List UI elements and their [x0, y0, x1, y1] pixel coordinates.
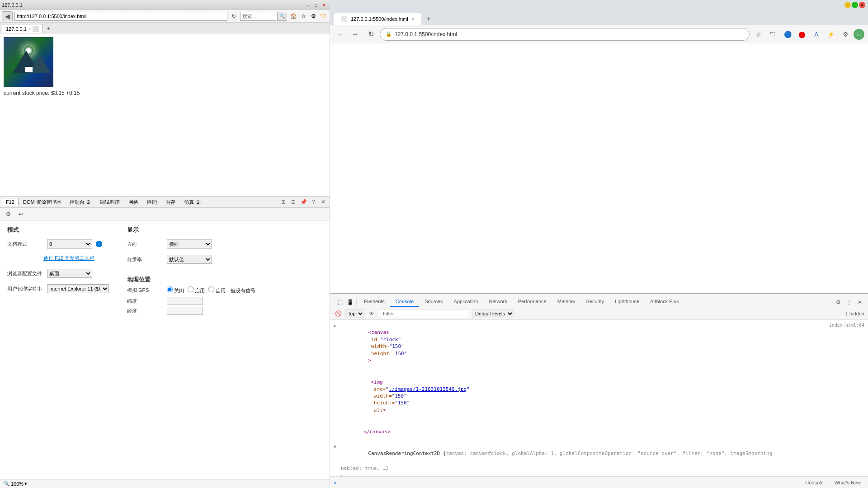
ie-orientation-label: 方向	[127, 241, 163, 248]
chrome-address-bar[interactable]: 🔒	[380, 28, 750, 41]
ie-browser-profile-row: 浏览器配置文件 桌面	[7, 269, 109, 278]
chrome-toolbar-icons: ☆ 🛡 🔵 ⬤ A ⚡ ⚙ U	[752, 28, 864, 41]
chrome-new-tab-btn[interactable]: +	[422, 13, 435, 25]
ie-lat-label: 纬度	[127, 298, 163, 305]
ie-devtool-undo-icon[interactable]: ↩	[16, 210, 25, 219]
chrome-ext5-btn[interactable]: ⚡	[825, 28, 837, 41]
ie-devtool-f12[interactable]: F12	[2, 198, 19, 206]
ie-doc-mode-link[interactable]: 通过 F12 开发者工具栏	[43, 255, 94, 261]
ie-devtool-dock-btn[interactable]: ⊟	[289, 197, 298, 206]
chrome-whats-new-tab[interactable]: What's New	[831, 478, 864, 487]
chrome-devtools-close-btn[interactable]: ✕	[855, 298, 864, 307]
chrome-filter-input[interactable]	[379, 309, 469, 318]
ie-user-agent-select[interactable]: Internet Explorer 11 (默	[47, 284, 109, 293]
ie-devtool-dom[interactable]: DOM 资源管理器	[19, 197, 65, 207]
ie-doc-mode-select[interactable]: 8	[47, 239, 92, 249]
console-arrow-6[interactable]: ▶	[341, 473, 344, 476]
ie-resolution-select[interactable]: 默认值	[167, 255, 212, 264]
chrome-devtools-tab-memory[interactable]: Memory	[552, 297, 581, 307]
chrome-ext1-btn[interactable]: 🛡	[767, 28, 779, 41]
ie-url-input[interactable]	[17, 14, 225, 19]
ie-info-icon[interactable]: i	[96, 241, 102, 247]
ie-tools-btn[interactable]: ⚙	[309, 12, 318, 21]
chrome-ext3-btn[interactable]: ⬤	[796, 28, 808, 41]
ie-devtool-perf[interactable]: 性能	[143, 197, 161, 207]
chrome-devtools-tab-elements[interactable]: Elements	[359, 297, 390, 307]
ie-back-btn[interactable]: ◀	[2, 11, 13, 21]
ie-gps-signal-radio[interactable]	[208, 286, 214, 292]
ie-search-input[interactable]	[240, 12, 276, 21]
chrome-devtools: ⬚ 📱 Elements Console Sources Application…	[330, 293, 868, 488]
chrome-devtools-tab-performance[interactable]: Performance	[513, 297, 552, 307]
ie-fav-btn[interactable]: ☆	[299, 12, 308, 21]
chrome-context-select[interactable]: top	[345, 309, 364, 318]
chrome-eye-btn[interactable]: 👁	[367, 309, 376, 318]
ie-browser-profile-select[interactable]: 桌面	[47, 269, 92, 278]
chrome-ext2-btn[interactable]: 🔵	[781, 28, 794, 41]
chrome-ext4-btn[interactable]: A	[810, 28, 823, 41]
ie-gps-signal-label[interactable]: 启用，但没有信号	[208, 286, 255, 294]
ie-lat-input[interactable]	[167, 297, 203, 305]
ie-devtool-pin-btn[interactable]: 📌	[299, 197, 308, 206]
ie-zoom-control[interactable]: 🔍 100% ▾	[4, 481, 27, 487]
ie-refresh-btn[interactable]: ↻	[229, 12, 238, 21]
chrome-settings-btn[interactable]: ⚙	[839, 28, 852, 41]
console-arrow-1[interactable]: ▶	[334, 323, 336, 329]
chrome-close-btn[interactable]: ✕	[859, 2, 865, 8]
chrome-tab-active[interactable]: 127.0.0.1:5500/index.html ×	[334, 13, 421, 25]
ie-new-tab-btn[interactable]: +	[44, 24, 53, 33]
chrome-max-btn[interactable]: □	[852, 2, 858, 8]
chrome-devtools-tab-application[interactable]: Application	[448, 297, 484, 307]
chrome-devtools-settings-btn[interactable]: ⚙	[834, 298, 843, 307]
ie-toolbar-icons: 🏠 ☆ ⚙ 🛡	[289, 12, 328, 21]
ie-search-btn[interactable]: 🔍	[277, 12, 287, 21]
chrome-devtools-inspect-icon[interactable]: ⬚	[335, 298, 344, 307]
chrome-devtools-tab-security[interactable]: Security	[580, 297, 609, 307]
ie-devtool-help-btn[interactable]: ?	[309, 197, 318, 206]
ie-gps-on-radio[interactable]	[188, 286, 193, 292]
chrome-log-level-select[interactable]: Default levels	[472, 309, 514, 318]
chrome-console-tab[interactable]: Console	[802, 478, 827, 487]
chrome-url-input[interactable]	[395, 31, 744, 38]
ie-devtool-settings-icon[interactable]: ⚙	[4, 210, 13, 219]
ie-devtool-network[interactable]: 网络	[124, 197, 142, 207]
chrome-devtools-tab-console[interactable]: Console	[390, 297, 419, 307]
chrome-bookmark-btn[interactable]: ☆	[752, 28, 765, 41]
ie-tab-close[interactable]: ×	[28, 27, 31, 31]
ie-lon-input[interactable]	[167, 307, 203, 315]
ie-orientation-select[interactable]: 横向	[167, 239, 212, 249]
chrome-back-btn[interactable]: ←	[334, 28, 346, 41]
chrome-console-clear-btn[interactable]: 🚫	[334, 309, 343, 318]
ie-gps-on-label[interactable]: 启用	[188, 286, 205, 294]
ie-devtool-sim[interactable]: 仿真1	[180, 197, 205, 207]
ie-home-btn[interactable]: 🏠	[289, 12, 298, 21]
chrome-devtools-tab-network[interactable]: Network	[483, 297, 512, 307]
ie-safety-btn[interactable]: 🛡	[319, 12, 328, 21]
ie-devtool-debug[interactable]: 调试程序	[96, 197, 124, 207]
ie-address-bar[interactable]	[14, 12, 227, 21]
chrome-devtools-tab-sources[interactable]: Sources	[419, 297, 448, 307]
chrome-min-btn[interactable]: −	[844, 2, 851, 8]
chrome-devtools-tab-adblock[interactable]: Adblock Plus	[645, 297, 684, 307]
ie-minimize-btn[interactable]: −	[304, 2, 311, 8]
ie-tab-active[interactable]: 127.0.0.1 ×	[2, 24, 43, 33]
chrome-avatar[interactable]: U	[854, 29, 864, 40]
ie-devtool-screen-btn[interactable]: ⊞	[279, 197, 288, 206]
ie-close-btn[interactable]: ✕	[321, 2, 328, 8]
ie-gps-off-label[interactable]: 关闭	[167, 286, 184, 294]
ie-devtool-close-btn[interactable]: ✕	[319, 197, 328, 206]
chrome-tab-close[interactable]: ×	[412, 17, 415, 22]
chrome-devtools-more-btn[interactable]: ⋮	[844, 298, 854, 307]
chrome-forward-btn[interactable]: →	[349, 28, 362, 41]
console-text-4: CanvasRenderingContext2D {canvas: canvas…	[338, 443, 864, 464]
ie-devtool-console[interactable]: 控制台2	[66, 197, 96, 207]
ie-gps-off-radio[interactable]	[167, 286, 173, 292]
ie-maximize-btn[interactable]: □	[312, 2, 320, 8]
chrome-devtools-tab-lighthouse[interactable]: Lighthouse	[609, 297, 645, 307]
ie-devtool-memory[interactable]: 内存	[161, 197, 179, 207]
ie-user-agent-row: 用户代理字符串 Internet Explorer 11 (默	[7, 284, 109, 293]
chrome-console-input[interactable]	[340, 479, 798, 485]
console-arrow-4[interactable]: ▼	[334, 444, 336, 450]
chrome-reload-btn[interactable]: ↻	[364, 28, 377, 41]
chrome-devtools-device-icon[interactable]: 📱	[345, 298, 354, 307]
